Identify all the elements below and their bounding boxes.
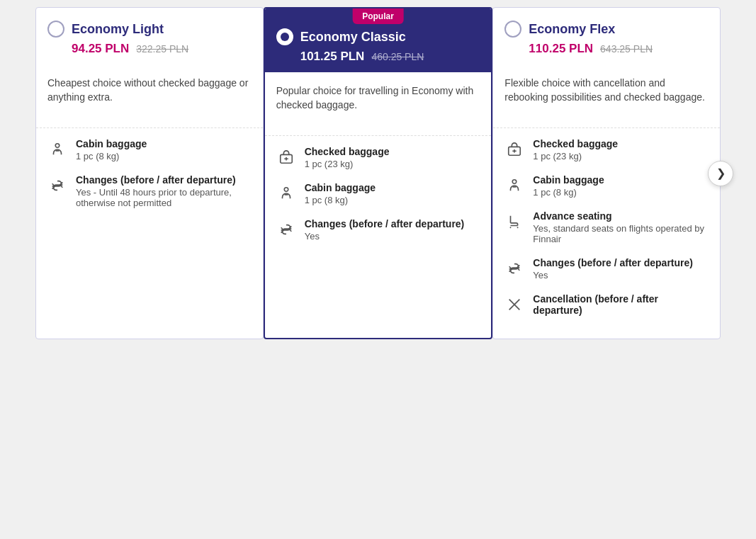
feature-title: Changes (before / after departure): [533, 257, 709, 268]
fare-card-light[interactable]: Economy Light 94.25 PLN 322.25 PLN Cheap…: [35, 7, 264, 339]
changes-icon: [47, 176, 67, 195]
feature-item: Advance seating Yes, standard seats on f…: [504, 210, 709, 244]
feature-item: Checked baggage 1 pc (23 kg): [276, 146, 480, 169]
feature-item: Changes (before / after departure) Yes: [504, 257, 709, 280]
radio-unselected[interactable]: [504, 21, 521, 38]
plan-name: Economy Flex: [529, 22, 615, 37]
price-row: 94.25 PLN 322.25 PLN: [47, 42, 252, 56]
svg-rect-6: [284, 194, 288, 195]
radio-selected[interactable]: [276, 28, 293, 45]
radio-unselected[interactable]: [47, 21, 64, 38]
feature-title: Advance seating: [533, 210, 709, 222]
feature-detail: 1 pc (8 kg): [533, 187, 709, 198]
popular-badge: Popular: [352, 8, 404, 24]
fare-card-flex[interactable]: Economy Flex 110.25 PLN 643.25 PLN Flexi…: [492, 7, 721, 339]
fare-card-classic[interactable]: Popular Economy Classic 101.25 PLN 460.2…: [264, 7, 493, 339]
features-list: Cabin baggage 1 pc (8 kg) Changes (befor…: [36, 128, 263, 231]
suitcase-icon: [504, 140, 524, 159]
feature-detail: Yes: [305, 231, 480, 242]
svg-point-0: [55, 144, 60, 148]
seat-icon: [504, 212, 524, 232]
feature-detail: 1 pc (23 kg): [533, 151, 709, 161]
feature-title: Cabin baggage: [305, 182, 480, 193]
price-current: 101.25 PLN: [300, 50, 365, 64]
feature-item: Cabin baggage 1 pc (8 kg): [504, 174, 709, 198]
card-title-row: Economy Light: [47, 21, 252, 38]
feature-item: Checked baggage 1 pc (23 kg): [504, 138, 709, 161]
changes-icon: [276, 220, 296, 239]
fare-cards-container: Economy Light 94.25 PLN 322.25 PLN Cheap…: [35, 7, 721, 339]
feature-detail: Yes, standard seats on flights operated …: [533, 223, 709, 244]
price-original: 460.25 PLN: [371, 51, 424, 62]
feature-detail: 1 pc (8 kg): [76, 151, 252, 161]
feature-detail: 1 pc (23 kg): [305, 159, 480, 169]
feature-detail: Yes - Until 48 hours prior to departure,…: [76, 187, 252, 208]
features-list: Checked baggage 1 pc (23 kg) Cabin bagga…: [493, 128, 720, 339]
feature-detail: 1 pc (8 kg): [305, 195, 480, 205]
feature-title: Checked baggage: [533, 138, 709, 149]
card-description: Popular choice for travelling in Economy…: [265, 72, 492, 136]
plan-name: Economy Light: [72, 22, 164, 37]
feature-title: Checked baggage: [305, 146, 480, 157]
price-original: 322.25 PLN: [136, 43, 188, 55]
feature-title: Changes (before / after departure): [76, 174, 252, 186]
svg-rect-11: [513, 186, 517, 188]
price-row: 110.25 PLN 643.25 PLN: [504, 42, 709, 56]
person-icon: [276, 183, 296, 203]
cancel-icon: [504, 295, 524, 314]
card-header: Economy Light 94.25 PLN 322.25 PLN: [36, 8, 263, 64]
svg-point-5: [284, 188, 288, 192]
card-title-row: Economy Flex: [504, 21, 709, 38]
feature-title: Cancellation (before / after departure): [533, 293, 709, 316]
price-original: 643.25 PLN: [600, 43, 653, 55]
card-header: Economy Flex 110.25 PLN 643.25 PLN: [493, 8, 720, 64]
next-arrow-button[interactable]: ❯: [708, 161, 733, 186]
feature-item: Changes (before / after departure) Yes: [276, 218, 480, 242]
person-icon: [504, 176, 524, 195]
suitcase-icon: [276, 147, 296, 167]
svg-point-10: [513, 180, 517, 184]
plan-name: Economy Classic: [300, 30, 406, 45]
changes-icon: [504, 259, 524, 278]
price-row: 101.25 PLN 460.25 PLN: [276, 50, 480, 64]
svg-point-13: [517, 227, 519, 228]
svg-rect-1: [55, 150, 60, 152]
feature-title: Changes (before / after departure): [305, 218, 480, 229]
person-icon: [47, 140, 67, 159]
feature-item: Changes (before / after departure) Yes -…: [47, 174, 252, 208]
feature-detail: Yes: [533, 270, 709, 280]
card-description: Flexible choice with cancellation and re…: [493, 64, 720, 128]
card-description: Cheapest choice without checked baggage …: [36, 64, 263, 128]
card-title-row: Economy Classic: [276, 28, 480, 45]
features-list: Checked baggage 1 pc (23 kg) Cabin bagga…: [265, 136, 492, 264]
price-current: 94.25 PLN: [72, 42, 129, 56]
feature-title: Cabin baggage: [76, 138, 252, 149]
feature-item: Cabin baggage 1 pc (8 kg): [276, 182, 480, 205]
feature-title: Cabin baggage: [533, 174, 709, 186]
feature-item: Cancellation (before / after departure): [504, 293, 709, 316]
svg-point-12: [510, 227, 512, 228]
price-current: 110.25 PLN: [529, 42, 593, 56]
feature-item: Cabin baggage 1 pc (8 kg): [47, 138, 252, 161]
